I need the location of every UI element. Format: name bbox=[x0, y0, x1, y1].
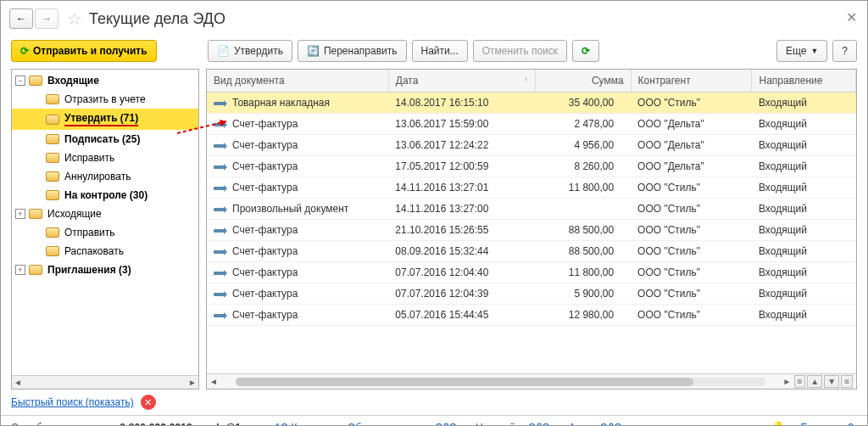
document-icon bbox=[214, 208, 225, 211]
cell-doc-type: Счет-фактура bbox=[207, 135, 388, 156]
cell-date: 13.06.2017 15:59:00 bbox=[388, 114, 536, 135]
tree-approve[interactable]: Утвердить (71) bbox=[12, 109, 198, 130]
table-row[interactable]: Произвольный документ14.11.2016 13:27:00… bbox=[207, 199, 856, 220]
col-doc-type[interactable]: Вид документа bbox=[207, 70, 388, 92]
folder-tree: − Входящие Отразить в учете Утвердить (7… bbox=[11, 69, 199, 390]
close-icon[interactable]: ✕ bbox=[846, 9, 857, 25]
table-row[interactable]: Счет-фактура05.07.2016 15:44:4512 980,00… bbox=[207, 305, 856, 326]
approve-label: Утвердить bbox=[234, 45, 283, 57]
connect-link[interactable]: 1С-Коннект bbox=[275, 422, 329, 426]
send-receive-label: Отправить и получить bbox=[33, 45, 147, 57]
folder-icon bbox=[29, 209, 42, 219]
tree-send[interactable]: Отправить bbox=[12, 223, 198, 242]
table-row[interactable]: Счет-фактура08.09.2016 15:32:4488 500,00… bbox=[207, 241, 856, 262]
archive-link[interactable]: Архив ЭДО bbox=[569, 422, 622, 426]
cell-date: 08.09.2016 15:32:44 bbox=[388, 241, 536, 262]
cell-sum: 5 900,00 bbox=[536, 283, 631, 305]
table-row[interactable]: Счет-фактура21.10.2016 15:26:5588 500,00… bbox=[207, 220, 856, 241]
sidebar-scrollbar[interactable]: ◄ ► bbox=[12, 375, 198, 389]
state-link[interactable]: Общее состояние ЭДО bbox=[348, 422, 457, 426]
cell-date: 14.08.2017 16:15:10 bbox=[388, 92, 536, 114]
table-row[interactable]: Счет-фактура13.06.2017 12:24:224 956,00О… bbox=[207, 135, 856, 156]
scroll-right-icon[interactable]: ► bbox=[188, 378, 197, 387]
tree-reflect[interactable]: Отразить в учете bbox=[12, 90, 198, 109]
document-icon bbox=[214, 314, 225, 317]
collapse-icon[interactable]: − bbox=[15, 76, 25, 86]
support-label: Служба поддержки: bbox=[11, 422, 104, 426]
table-row[interactable]: Счет-фактура07.07.2016 12:04:4011 800,00… bbox=[207, 262, 856, 283]
idea-link[interactable]: Есть идея? bbox=[800, 422, 854, 426]
quick-search-link[interactable]: Быстрый поиск (показать) bbox=[11, 396, 134, 408]
nav-down-icon[interactable]: ▼ bbox=[824, 375, 839, 388]
cell-sum: 4 956,00 bbox=[536, 135, 631, 156]
back-button[interactable]: ← bbox=[9, 8, 33, 29]
nav-first-icon[interactable]: ≡ bbox=[794, 375, 806, 388]
cell-date: 17.05.2017 12:00:59 bbox=[388, 156, 536, 177]
table-scrollbar[interactable]: ◄ ► ≡ ▲ ▼ ≡ bbox=[207, 373, 856, 389]
sort-asc-icon: ↑ bbox=[524, 75, 528, 84]
forward-button[interactable]: → bbox=[35, 8, 58, 29]
table-row[interactable]: Товарная накладная14.08.2017 16:15:1035 … bbox=[207, 92, 856, 114]
cell-sum: 88 500,00 bbox=[536, 220, 631, 241]
cell-party: ООО "Стиль" bbox=[631, 199, 752, 220]
settings-link[interactable]: Настройки ЭДО bbox=[476, 422, 550, 426]
col-sum[interactable]: Сумма bbox=[536, 70, 631, 92]
scroll-left-icon[interactable]: ◄ bbox=[207, 377, 220, 386]
refresh-icon: ⟳ bbox=[20, 45, 29, 57]
find-button[interactable]: Найти... bbox=[412, 40, 468, 62]
tree-sign[interactable]: Подписать (25) bbox=[12, 130, 198, 149]
tree-label: Входящие bbox=[47, 75, 99, 87]
scroll-right-icon[interactable]: ► bbox=[781, 377, 794, 386]
table-row[interactable]: Счет-фактура13.06.2017 15:59:002 478,00О… bbox=[207, 114, 856, 135]
tree-incoming[interactable]: − Входящие bbox=[12, 71, 198, 90]
nav-last-icon[interactable]: ≡ bbox=[841, 375, 853, 388]
cell-sum: 35 400,00 bbox=[536, 92, 631, 114]
cell-doc-type: Счет-фактура bbox=[207, 156, 388, 177]
tree-control[interactable]: На контроле (30) bbox=[12, 186, 198, 205]
cell-doc-type: Счет-фактура bbox=[207, 241, 388, 262]
support-email: edo@1c.ru bbox=[208, 422, 260, 426]
tree-label: Подписать (25) bbox=[64, 133, 140, 145]
help-button[interactable]: ? bbox=[832, 40, 857, 62]
tree-unpack[interactable]: Распаковать bbox=[12, 242, 198, 261]
refresh-button[interactable]: ⟳ bbox=[572, 40, 599, 62]
table-row[interactable]: Счет-фактура17.05.2017 12:00:598 260,00О… bbox=[207, 156, 856, 177]
nav-up-icon[interactable]: ▲ bbox=[807, 375, 822, 388]
expand-icon[interactable]: + bbox=[15, 209, 25, 219]
cell-sum: 2 478,00 bbox=[536, 114, 631, 135]
favorite-star-icon[interactable]: ☆ bbox=[67, 8, 82, 29]
table-row[interactable]: Счет-фактура14.11.2016 13:27:0111 800,00… bbox=[207, 177, 856, 199]
cell-party: ООО "Стиль" bbox=[631, 92, 752, 114]
tree-invites[interactable]: + Приглашения (3) bbox=[12, 261, 198, 279]
folder-icon bbox=[46, 115, 59, 125]
redirect-button[interactable]: 🔄 Перенаправить bbox=[298, 40, 407, 62]
col-direction[interactable]: Направление bbox=[752, 70, 856, 92]
cell-direction: Входящий bbox=[752, 156, 856, 177]
refresh-icon: ⟳ bbox=[581, 45, 590, 57]
scroll-left-icon[interactable]: ◄ bbox=[14, 378, 22, 387]
document-icon bbox=[214, 123, 225, 126]
document-icon bbox=[214, 102, 225, 105]
tree-annul[interactable]: Аннулировать bbox=[12, 167, 198, 186]
cell-sum: 88 500,00 bbox=[536, 241, 631, 262]
approve-button[interactable]: 📄 Утвердить bbox=[208, 40, 292, 62]
tree-label: Отразить в учете bbox=[64, 93, 146, 105]
more-button[interactable]: Еще ▼ bbox=[776, 40, 827, 62]
table-row[interactable]: Счет-фактура07.07.2016 12:04:395 900,00О… bbox=[207, 283, 856, 305]
cell-party: ООО "Стиль" bbox=[631, 241, 752, 262]
send-receive-button[interactable]: ⟳ Отправить и получить bbox=[11, 40, 157, 62]
expand-icon[interactable]: + bbox=[15, 265, 25, 275]
redirect-icon: 🔄 bbox=[307, 45, 320, 57]
col-date[interactable]: Дата↑ bbox=[388, 70, 536, 92]
close-quick-search-icon[interactable]: ✕ bbox=[141, 395, 156, 410]
help-label: ? bbox=[842, 45, 848, 57]
cell-date: 13.06.2017 12:24:22 bbox=[388, 135, 536, 156]
cell-doc-type: Счет-фактура bbox=[207, 114, 388, 135]
cell-date: 14.11.2016 13:27:00 bbox=[388, 199, 536, 220]
tree-outgoing[interactable]: + Исходящие bbox=[12, 205, 198, 223]
tree-fix[interactable]: Исправить bbox=[12, 149, 198, 167]
cell-date: 21.10.2016 15:26:55 bbox=[388, 220, 536, 241]
document-icon bbox=[214, 250, 225, 254]
cancel-search-button[interactable]: Отменить поиск bbox=[473, 40, 567, 62]
col-party[interactable]: Контрагент bbox=[631, 70, 752, 92]
